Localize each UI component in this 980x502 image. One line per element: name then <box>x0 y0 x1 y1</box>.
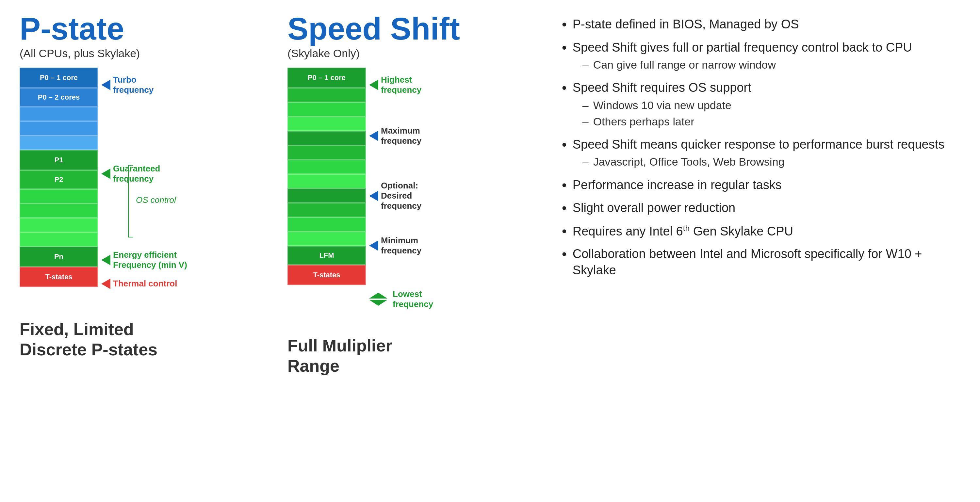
pstate-subtitle: (All CPUs, plus Skylake) <box>20 47 274 60</box>
maximum-arrow <box>369 131 378 141</box>
pstate-ann-turbo: Turbofrequency <box>101 75 154 95</box>
pstate-section: P-state (All CPUs, plus Skylake) P0 – 1 … <box>20 13 274 360</box>
speedshift-annotations: Highestfrequency Maximumfrequency Option… <box>369 68 487 326</box>
ss-bar-5 <box>288 145 366 160</box>
ss-bar-10 <box>288 217 366 232</box>
lowest-arrow-down <box>369 300 387 306</box>
minimum-label: Minimumfrequency <box>381 235 422 256</box>
bullet-text-1: P-state defined in BIOS, Managed by OS <box>573 16 960 32</box>
pstate-annotations: Turbofrequency Guaranteedfrequency OS co… <box>101 68 212 309</box>
energy-label: Energy efficientFrequency (min V) <box>113 250 187 270</box>
bullet-text-3: Speed Shift requires OS support Windows … <box>573 80 960 131</box>
pstate-bar-tstates: T-states <box>20 267 98 287</box>
desired-arrow <box>369 191 378 201</box>
ss-bar-lfm: LFM <box>288 246 366 265</box>
maximum-label: Maximumfrequency <box>381 126 422 146</box>
ss-bar-7 <box>288 174 366 189</box>
sub-item-4-1: Javascript, Office Tools, Web Browsing <box>573 154 960 169</box>
bullet-list: P-state defined in BIOS, Managed by OS S… <box>562 16 960 278</box>
pstate-bar-green4 <box>20 232 98 246</box>
bullet-text-8: Collaboration between Intel and Microsof… <box>573 246 960 278</box>
pstate-bottom-label: Fixed, LimitedDiscrete P-states <box>20 319 274 360</box>
bullet-3: Speed Shift requires OS support Windows … <box>562 80 960 131</box>
ss-ann-maximum: Maximumfrequency <box>369 126 422 146</box>
speedshift-section: Speed Shift (Skylake Only) P0 – 1 core L… <box>288 13 542 376</box>
ss-bar-11 <box>288 232 366 246</box>
right-section: P-state defined in BIOS, Managed by OS S… <box>562 13 960 284</box>
os-control-bracket-bot <box>128 237 133 237</box>
ss-bar-p0: P0 – 1 core <box>288 68 366 88</box>
pstate-title: P-state <box>20 13 274 44</box>
desired-label: Optional:Desiredfrequency <box>381 181 422 211</box>
lowest-arrow-up <box>369 292 387 299</box>
highest-arrow <box>369 80 378 90</box>
ss-bar-tstates: T-states <box>288 265 366 285</box>
bullet-4: Speed Shift means quicker response to pe… <box>562 137 960 171</box>
ss-bar-9 <box>288 203 366 217</box>
bullet-text-5: Performance increase in regular tasks <box>573 177 960 193</box>
pstate-ann-guaranteed: Guaranteedfrequency <box>101 164 161 184</box>
turbo-arrow <box>101 80 110 90</box>
pstate-bars: P0 – 1 core P0 – 2 cores P1 P2 Pn T-stat… <box>20 68 98 287</box>
pstate-bar-p0-2cores: P0 – 2 cores <box>20 88 98 107</box>
ss-bar-4 <box>288 131 366 145</box>
speedshift-bars: P0 – 1 core LFM T-states <box>288 68 366 285</box>
lowest-double-arrow <box>369 292 387 306</box>
sub-list-2: Can give full range or narrow window <box>573 57 960 72</box>
ss-ann-highest: Highestfrequency <box>369 75 422 95</box>
ss-ann-minimum: Minimumfrequency <box>369 235 422 256</box>
pstate-bar-p0-1core: P0 – 1 core <box>20 68 98 88</box>
pstate-bar-p1: P1 <box>20 150 98 170</box>
bullet-text-2: Speed Shift gives full or partial freque… <box>573 40 960 74</box>
os-control-bracket-line <box>128 165 129 237</box>
speedshift-diagram: P0 – 1 core LFM T-states Highestfrequenc… <box>288 68 542 326</box>
energy-arrow <box>101 255 110 265</box>
guaranteed-arrow <box>101 168 110 179</box>
ss-bar-8 <box>288 189 366 203</box>
pstate-ann-thermal: Thermal control <box>101 279 177 289</box>
pstate-bar-green3 <box>20 218 98 232</box>
ss-ann-lowest: Lowestfrequency <box>369 289 433 309</box>
sub-item-3-1: Windows 10 via new update <box>573 98 960 112</box>
ss-bar-1 <box>288 88 366 102</box>
pstate-bar-blue2 <box>20 121 98 135</box>
guaranteed-label: Guaranteedfrequency <box>113 164 161 184</box>
bullet-text-7: Requires any Intel 6th Gen Skylake CPU <box>573 223 960 240</box>
pstate-bar-p2: P2 <box>20 170 98 189</box>
speedshift-bottom-label: Full MuliplierRange <box>288 335 542 376</box>
minimum-arrow <box>369 240 378 251</box>
lowest-label: Lowestfrequency <box>393 289 433 309</box>
bullet-7: Requires any Intel 6th Gen Skylake CPU <box>562 223 960 240</box>
pstate-bar-blue3 <box>20 135 98 150</box>
pstate-diagram: P0 – 1 core P0 – 2 cores P1 P2 Pn T-stat… <box>20 68 274 309</box>
speedshift-subtitle: (Skylake Only) <box>288 47 542 60</box>
os-control-bracket-top <box>128 165 133 165</box>
sub-list-3: Windows 10 via new update Others perhaps… <box>573 98 960 129</box>
thermal-arrow <box>101 279 110 289</box>
pstate-ann-energy: Energy efficientFrequency (min V) <box>101 250 187 270</box>
speedshift-title: Speed Shift <box>288 13 542 44</box>
bullet-6: Slight overall power reduction <box>562 200 960 217</box>
sub-item-2-1: Can give full range or narrow window <box>573 57 960 72</box>
pstate-bar-pn: Pn <box>20 246 98 267</box>
pstate-bar-green1 <box>20 189 98 203</box>
sub-item-3-2: Others perhaps later <box>573 114 960 129</box>
pstate-ann-oscontrol: OS control <box>133 195 176 205</box>
bullet-5: Performance increase in regular tasks <box>562 177 960 194</box>
ss-bar-6 <box>288 160 366 174</box>
sub-list-4: Javascript, Office Tools, Web Browsing <box>573 154 960 169</box>
ss-bar-3 <box>288 117 366 131</box>
bullet-2: Speed Shift gives full or partial freque… <box>562 40 960 74</box>
bullet-text-6: Slight overall power reduction <box>573 200 960 216</box>
ss-ann-desired: Optional:Desiredfrequency <box>369 181 422 211</box>
os-control-label: OS control <box>136 195 176 205</box>
bullet-text-4: Speed Shift means quicker response to pe… <box>573 137 960 171</box>
turbo-label: Turbofrequency <box>113 75 154 95</box>
thermal-label: Thermal control <box>113 279 177 289</box>
bullet-8: Collaboration between Intel and Microsof… <box>562 246 960 278</box>
bullet-1: P-state defined in BIOS, Managed by OS <box>562 16 960 33</box>
pstate-bar-green2 <box>20 203 98 218</box>
ss-bar-2 <box>288 102 366 117</box>
pstate-bar-blue1 <box>20 107 98 121</box>
highest-label: Highestfrequency <box>381 75 422 95</box>
